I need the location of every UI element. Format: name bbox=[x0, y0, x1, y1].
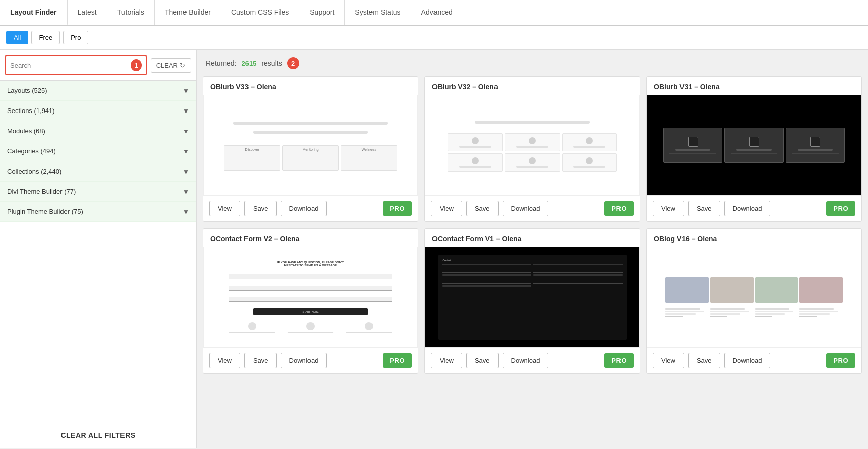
content-area: Returned: 2615 results 2 OBlurb V33 – Ol… bbox=[197, 50, 868, 448]
mock-line bbox=[253, 131, 368, 134]
save-button[interactable]: Save bbox=[688, 201, 720, 216]
results-count: 2615 bbox=[241, 60, 256, 67]
mock-cell bbox=[448, 153, 503, 172]
card-actions: View Save Download PRO bbox=[425, 348, 640, 373]
icon-circle bbox=[472, 137, 479, 144]
mock-cell bbox=[724, 128, 783, 163]
filter-group-layouts[interactable]: Layouts (525) ▼ bbox=[0, 81, 196, 101]
save-button[interactable]: Save bbox=[466, 201, 499, 216]
icon-circle bbox=[586, 157, 593, 164]
card-oblog-v16: OBlog V16 – Olena bbox=[646, 228, 862, 374]
contact-label: Contact bbox=[442, 259, 622, 262]
view-button[interactable]: View bbox=[653, 201, 684, 216]
mock-big-text: IF YOU HAVE ANY QUESTION, PLEASE DON'THE… bbox=[277, 261, 344, 267]
card-preview: IF YOU HAVE ANY QUESTION, PLEASE DON'THE… bbox=[203, 247, 418, 348]
pro-badge: PRO bbox=[604, 201, 634, 216]
filter-group-sections-label: Sections (1,941) bbox=[7, 107, 55, 115]
download-button[interactable]: Download bbox=[724, 353, 771, 368]
card-actions: View Save Download PRO bbox=[203, 348, 418, 373]
download-button[interactable]: Download bbox=[503, 201, 549, 216]
mock-line bbox=[233, 122, 387, 125]
search-input[interactable] bbox=[10, 62, 128, 69]
preview-mock: Discover Mentoring Wellness bbox=[214, 100, 407, 190]
clear-label: CLEAR bbox=[156, 62, 178, 69]
card-ocontact-v2: OContact Form V2 – Olena IF YOU HAVE ANY… bbox=[203, 228, 418, 374]
nav-custom-css[interactable]: Custom CSS Files bbox=[221, 0, 299, 25]
view-button[interactable]: View bbox=[209, 201, 240, 216]
save-button[interactable]: Save bbox=[244, 201, 277, 216]
mock-cell bbox=[505, 153, 560, 172]
mock-img-cell bbox=[665, 277, 709, 303]
filter-group-categories[interactable]: Categories (494) ▼ bbox=[0, 141, 196, 161]
tab-free[interactable]: Free bbox=[31, 31, 60, 44]
clear-button[interactable]: CLEAR ↻ bbox=[151, 58, 191, 73]
search-bar: 1 CLEAR ↻ bbox=[0, 50, 196, 81]
chevron-down-icon: ▼ bbox=[183, 208, 189, 215]
chevron-down-icon: ▼ bbox=[183, 128, 189, 135]
mock-img-cell bbox=[710, 277, 754, 303]
view-button[interactable]: View bbox=[431, 201, 462, 216]
view-button[interactable]: View bbox=[431, 353, 462, 368]
filter-group-divi-theme[interactable]: Divi Theme Builder (77) ▼ bbox=[0, 182, 196, 202]
nav-theme-builder[interactable]: Theme Builder bbox=[155, 0, 221, 25]
nav-layout-finder[interactable]: Layout Finder bbox=[0, 0, 68, 25]
card-grid: OBlurb V33 – Olena Discover Mentoring We… bbox=[197, 76, 868, 380]
mock-cell bbox=[786, 128, 845, 163]
contact-dark-preview: Contact bbox=[438, 255, 626, 340]
view-button[interactable]: View bbox=[653, 353, 684, 368]
filter-group-divi-theme-label: Divi Theme Builder (77) bbox=[7, 188, 76, 195]
filter-tabs: All Free Pro bbox=[0, 26, 868, 50]
mock-text bbox=[459, 166, 491, 168]
nav-support[interactable]: Support bbox=[299, 0, 345, 25]
tab-pro[interactable]: Pro bbox=[63, 31, 88, 44]
card-title: OContact Form V2 – Olena bbox=[203, 229, 418, 247]
sidebar: 1 CLEAR ↻ Layouts (525) ▼ Sections (1,94… bbox=[0, 50, 197, 448]
nav-advanced[interactable]: Advanced bbox=[411, 0, 463, 25]
mock-field bbox=[229, 274, 392, 279]
download-button[interactable]: Download bbox=[503, 353, 549, 368]
nav-tutorials[interactable]: Tutorials bbox=[107, 0, 155, 25]
download-button[interactable]: Download bbox=[724, 201, 771, 216]
mock-text bbox=[459, 146, 491, 148]
results-label: Returned: bbox=[206, 59, 236, 67]
card-actions: View Save Download PRO bbox=[647, 196, 861, 221]
card-oblurb-v32: OBlurb V32 – Olena bbox=[424, 76, 640, 222]
main-layout: 1 CLEAR ↻ Layouts (525) ▼ Sections (1,94… bbox=[0, 50, 868, 448]
clear-all-button[interactable]: CLEAR ALL FILTERS bbox=[60, 431, 135, 439]
mock-grid-img bbox=[665, 277, 842, 303]
chevron-down-icon: ▼ bbox=[183, 87, 189, 94]
card-preview: Contact bbox=[425, 247, 640, 348]
filter-group-modules[interactable]: Modules (68) ▼ bbox=[0, 121, 196, 141]
download-button[interactable]: Download bbox=[281, 201, 327, 216]
card-actions: View Save Download PRO bbox=[647, 348, 861, 373]
card-actions: View Save Download PRO bbox=[203, 196, 418, 221]
chevron-down-icon: ▼ bbox=[183, 148, 189, 155]
save-button[interactable]: Save bbox=[466, 353, 499, 368]
nav-system-status[interactable]: System Status bbox=[345, 0, 411, 25]
results-header: Returned: 2615 results 2 bbox=[197, 50, 868, 76]
mock-text bbox=[516, 146, 548, 148]
mock-cell bbox=[505, 133, 560, 151]
card-title: OBlurb V33 – Olena bbox=[203, 77, 418, 95]
save-button[interactable]: Save bbox=[688, 353, 720, 368]
save-button[interactable]: Save bbox=[244, 353, 277, 368]
nav-latest[interactable]: Latest bbox=[68, 0, 107, 25]
filter-group-sections[interactable]: Sections (1,941) ▼ bbox=[0, 101, 196, 121]
results-unit: results bbox=[261, 59, 282, 67]
chevron-down-icon: ▼ bbox=[183, 188, 189, 195]
filter-group-collections-label: Collections (2,440) bbox=[7, 167, 61, 175]
pro-badge: PRO bbox=[604, 353, 634, 368]
pro-badge: PRO bbox=[826, 201, 855, 216]
card-preview bbox=[647, 247, 861, 348]
filter-group-modules-label: Modules (68) bbox=[7, 127, 45, 135]
tab-all[interactable]: All bbox=[6, 31, 28, 44]
filter-group-collections[interactable]: Collections (2,440) ▼ bbox=[0, 161, 196, 182]
download-button[interactable]: Download bbox=[281, 353, 327, 368]
pro-badge: PRO bbox=[383, 353, 412, 368]
filter-group-categories-label: Categories (494) bbox=[7, 147, 56, 155]
filter-group-plugin-theme[interactable]: Plugin Theme Builder (75) ▼ bbox=[0, 202, 196, 222]
preview-mock: IF YOU HAVE ANY QUESTION, PLEASE DON'THE… bbox=[214, 252, 407, 342]
view-button[interactable]: View bbox=[209, 353, 240, 368]
clear-all-filters: CLEAR ALL FILTERS bbox=[0, 422, 196, 448]
mock-grid-2x3 bbox=[448, 133, 617, 172]
